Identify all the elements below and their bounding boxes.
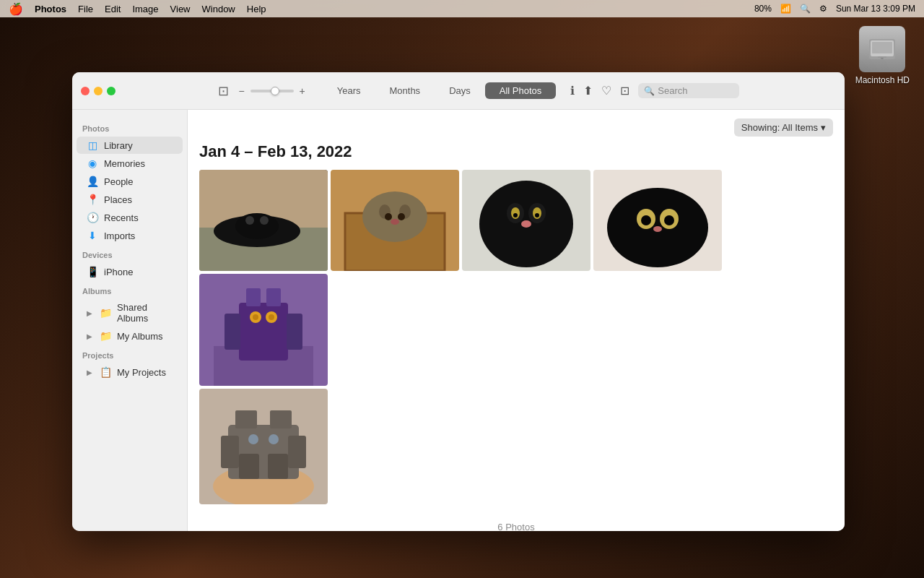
shared-albums-icon: 📁: [100, 307, 111, 319]
rotate-icon[interactable]: ⊡: [620, 84, 629, 98]
imports-icon: ⬇: [87, 230, 98, 241]
content-header: Showing: All Items ▾: [188, 110, 845, 142]
zoom-slider[interactable]: [250, 90, 294, 92]
sidebar-label-shared-albums: Shared Albums: [117, 302, 173, 324]
menu-help[interactable]: Help: [247, 4, 266, 14]
search-bar[interactable]: 🔍 Search: [638, 83, 739, 98]
photo-item-6[interactable]: [199, 389, 328, 504]
svg-point-26: [535, 213, 539, 217]
svg-rect-54: [268, 454, 288, 479]
tab-years[interactable]: Years: [323, 82, 375, 99]
svg-rect-38: [246, 288, 261, 306]
svg-point-34: [653, 226, 662, 232]
view-tabs: Years Months Days All Photos: [323, 82, 557, 99]
sidebar-label-my-projects: My Projects: [117, 367, 166, 378]
apple-menu[interactable]: 🍎: [9, 2, 23, 16]
photo-item-5[interactable]: [199, 274, 328, 386]
svg-rect-53: [239, 454, 259, 479]
sidebar-item-imports[interactable]: ⬇ Imports: [77, 227, 183, 244]
sidebar-label-imports: Imports: [104, 230, 135, 241]
tab-all-photos[interactable]: All Photos: [485, 82, 557, 99]
close-button[interactable]: [81, 87, 90, 95]
svg-rect-4: [878, 56, 886, 58]
people-icon: 👤: [87, 176, 98, 187]
my-projects-icon: 📋: [100, 366, 111, 378]
search-menubar-icon[interactable]: 🔍: [800, 4, 811, 14]
sidebar-item-my-albums[interactable]: ▶ 📁 My Albums: [77, 327, 183, 345]
heart-icon[interactable]: ♡: [601, 84, 611, 98]
toolbar-center: ⊡ − + Years Months Days All Photos: [121, 82, 836, 99]
svg-point-24: [513, 213, 518, 217]
sidebar-label-recents: Recents: [104, 212, 139, 223]
menu-edit[interactable]: Edit: [105, 4, 121, 14]
sidebar-label-people: People: [104, 176, 133, 187]
tab-months[interactable]: Months: [375, 82, 435, 99]
svg-rect-40: [225, 314, 240, 350]
control-center-icon[interactable]: ⚙: [819, 4, 827, 14]
showing-chevron-icon: ▾: [821, 122, 826, 133]
traffic-lights: [81, 87, 116, 95]
menu-view[interactable]: View: [170, 4, 191, 14]
wifi-icon: 📶: [780, 4, 791, 14]
svg-point-10: [260, 216, 269, 225]
svg-point-56: [269, 434, 279, 444]
toolbar-actions: ℹ ⬆ ♡ ⊡ 🔍 Search: [570, 83, 739, 98]
maximize-button[interactable]: [107, 87, 116, 95]
zoom-controls: − +: [236, 85, 308, 97]
menu-image[interactable]: Image: [132, 4, 158, 14]
slideshow-icon[interactable]: ⊡: [218, 83, 229, 99]
sidebar-section-albums: Albums: [72, 281, 187, 298]
svg-point-8: [235, 213, 279, 239]
svg-rect-49: [221, 436, 239, 468]
menubar-right: 80% 📶 🔍 ⚙ Sun Mar 13 3:09 PM: [754, 4, 915, 14]
sidebar-item-iphone[interactable]: 📱 iPhone: [77, 263, 183, 280]
library-icon: ◫: [87, 139, 98, 151]
sidebar-item-places[interactable]: 📍 Places: [77, 191, 183, 208]
sidebar-section-devices: Devices: [72, 245, 187, 262]
photo-item-2[interactable]: [331, 170, 459, 271]
sidebar-item-people[interactable]: 👤 People: [77, 173, 183, 190]
memories-icon: ◉: [87, 158, 98, 169]
zoom-in-button[interactable]: +: [297, 85, 308, 97]
svg-point-17: [398, 213, 405, 220]
sidebar-label-places: Places: [104, 194, 132, 205]
sidebar-section-projects: Projects: [72, 345, 187, 363]
datetime-display: Sun Mar 13 3:09 PM: [836, 4, 915, 14]
showing-filter-button[interactable]: Showing: All Items ▾: [734, 118, 833, 137]
photo-item-3[interactable]: [462, 170, 590, 271]
svg-point-27: [521, 220, 531, 228]
tab-days[interactable]: Days: [435, 82, 485, 99]
window-titlebar: ⊡ − + Years Months Days All Photos: [72, 72, 845, 110]
share-icon[interactable]: ⬆: [583, 84, 593, 98]
drive-icon: [859, 26, 905, 72]
info-icon[interactable]: ℹ: [570, 84, 575, 98]
svg-point-33: [664, 215, 674, 225]
sidebar-item-library[interactable]: ◫ Library: [77, 137, 183, 154]
svg-point-31: [641, 215, 651, 225]
sidebar: Photos ◫ Library ◉ Memories 👤 People 📍 P…: [72, 110, 188, 531]
menu-window[interactable]: Window: [202, 4, 235, 14]
photo-item-4[interactable]: [593, 170, 722, 271]
sidebar-item-my-projects[interactable]: ▶ 📋 My Projects: [77, 363, 183, 381]
menubar: 🍎 Photos File Edit Image View Window Hel…: [0, 0, 924, 17]
svg-point-9: [245, 216, 254, 225]
date-range-heading: Jan 4 – Feb 13, 2022: [188, 142, 845, 170]
photo-item-1[interactable]: [199, 170, 328, 271]
sidebar-item-shared-albums[interactable]: ▶ 📁 Shared Albums: [77, 299, 183, 327]
macintosh-hd-icon[interactable]: Macintosh HD: [855, 26, 910, 85]
sidebar-item-recents[interactable]: 🕐 Recents: [77, 209, 183, 226]
my-albums-chevron: ▶: [87, 332, 92, 340]
search-placeholder: Search: [658, 85, 687, 96]
minimize-button[interactable]: [94, 87, 103, 95]
sidebar-label-iphone: iPhone: [104, 267, 133, 277]
battery-status: 80%: [754, 4, 772, 14]
svg-rect-2: [872, 42, 892, 53]
my-albums-icon: 📁: [100, 330, 111, 342]
menu-file[interactable]: File: [78, 4, 93, 14]
menubar-left: 🍎 Photos File Edit Image View Window Hel…: [9, 2, 266, 16]
desktop: 🍎 Photos File Edit Image View Window Hel…: [0, 0, 924, 578]
app-name[interactable]: Photos: [35, 4, 66, 14]
zoom-out-button[interactable]: −: [236, 85, 248, 97]
sidebar-item-memories[interactable]: ◉ Memories: [77, 155, 183, 172]
zoom-slider-thumb: [271, 87, 279, 95]
